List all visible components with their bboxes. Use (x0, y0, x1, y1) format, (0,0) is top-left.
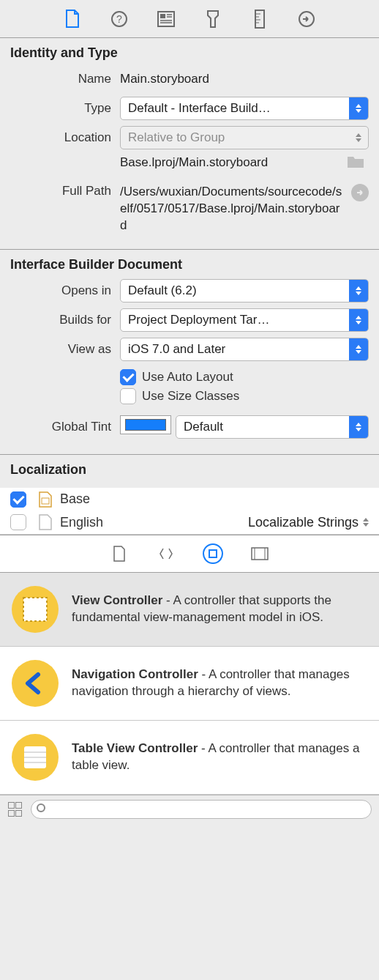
size-inspector-tab[interactable] (250, 10, 269, 29)
file-inspector-tab[interactable] (63, 10, 82, 29)
library-item-text: View Controller - A controller that supp… (72, 593, 367, 626)
english-label: English (60, 515, 248, 530)
type-select[interactable]: Default - Interface Build… (120, 97, 369, 120)
library-item-text: Navigation Controller - A controller tha… (72, 667, 367, 700)
library-bottom-bar (0, 795, 379, 824)
file-template-filter[interactable] (109, 543, 130, 564)
storyboard-doc-icon (38, 491, 54, 508)
inspector-tab-bar: ? (0, 0, 379, 38)
chevron-updown-icon (349, 416, 368, 438)
globaltint-colorwell[interactable] (120, 415, 171, 434)
localization-row-base: Base (0, 488, 379, 511)
ibdoc-section: Interface Builder Document Opens in Defa… (0, 250, 379, 455)
svg-text:?: ? (116, 13, 122, 25)
name-label: Name (10, 72, 120, 86)
library-item-navigation-controller[interactable]: Navigation Controller - A controller tha… (0, 647, 379, 721)
svg-rect-16 (252, 548, 268, 560)
library-item-view-controller[interactable]: View Controller - A controller that supp… (0, 573, 379, 647)
localization-row-english: English Localizable Strings (0, 511, 379, 535)
english-type-value[interactable]: Localizable Strings (248, 515, 359, 530)
connections-inspector-tab[interactable] (297, 10, 316, 29)
identity-inspector-tab[interactable] (157, 10, 176, 29)
fullpath-value: /Users/wuxian/Documents/sourcecode/self/… (120, 184, 345, 234)
base-label: Base (60, 491, 369, 507)
svg-rect-3 (160, 14, 165, 18)
location-select[interactable]: Relative to Group (120, 126, 369, 149)
library-item-title: View Controller (72, 593, 162, 607)
chevron-updown-icon (349, 97, 368, 119)
location-label: Location (10, 130, 120, 145)
localization-section: Localization (0, 455, 379, 488)
svg-rect-8 (255, 10, 264, 28)
chevron-updown-icon[interactable] (363, 518, 369, 527)
chevron-updown-icon (349, 309, 368, 331)
svg-rect-15 (209, 550, 217, 557)
library-item-table-view-controller[interactable]: Table View Controller - A controller tha… (0, 721, 379, 795)
strings-doc-icon (38, 514, 54, 530)
sizeclasses-label: Use Size Classes (142, 389, 239, 404)
sizeclasses-checkbox[interactable] (120, 388, 136, 404)
buildsfor-label: Builds for (10, 313, 120, 327)
code-snippet-filter[interactable] (156, 543, 176, 564)
navigation-controller-icon (12, 660, 59, 707)
type-select-value: Default - Interface Build… (121, 101, 349, 116)
folder-icon[interactable] (342, 155, 369, 169)
library-filter-bar (0, 535, 379, 573)
chevron-updown-icon (349, 127, 368, 149)
library-item-text: Table View Controller - A controller tha… (72, 740, 367, 774)
opensin-select[interactable]: Default (6.2) (120, 279, 369, 302)
english-checkbox[interactable] (10, 514, 26, 530)
svg-rect-19 (23, 598, 47, 621)
opensin-label: Opens in (10, 283, 120, 298)
location-path: Base.lproj/Main.storyboard (120, 155, 342, 171)
base-checkbox[interactable] (10, 491, 26, 508)
location-select-value: Relative to Group (121, 130, 349, 145)
chevron-updown-icon (349, 280, 368, 302)
globaltint-label: Global Tint (10, 420, 120, 434)
globaltint-select[interactable]: Default (176, 415, 369, 439)
library-search-field[interactable] (31, 800, 372, 819)
grid-view-icon[interactable] (7, 801, 23, 817)
autolayout-label: Use Auto Layout (142, 370, 233, 385)
localization-section-title: Localization (10, 462, 369, 478)
identity-section-title: Identity and Type (10, 45, 369, 61)
view-controller-icon (12, 586, 59, 633)
library-item-title: Table View Controller (72, 741, 198, 755)
reveal-arrow-icon[interactable] (351, 184, 369, 201)
object-library-filter[interactable] (203, 543, 223, 564)
library-item-title: Navigation Controller (72, 667, 198, 681)
media-library-filter[interactable] (249, 543, 270, 564)
type-label: Type (10, 101, 120, 116)
viewas-select[interactable]: iOS 7.0 and Later (120, 338, 369, 361)
identity-section: Identity and Type Name Main.storyboard T… (0, 38, 379, 250)
name-value[interactable]: Main.storyboard (120, 72, 369, 86)
autolayout-checkbox[interactable] (120, 369, 136, 385)
quick-help-tab[interactable]: ? (110, 10, 129, 29)
ibdoc-section-title: Interface Builder Document (10, 257, 369, 272)
attributes-inspector-tab[interactable] (203, 10, 222, 29)
fullpath-label: Full Path (10, 184, 120, 198)
chevron-updown-icon (349, 338, 368, 360)
buildsfor-select[interactable]: Project Deployment Tar… (120, 308, 369, 332)
table-view-controller-icon (12, 734, 59, 781)
viewas-label: View as (10, 342, 120, 357)
